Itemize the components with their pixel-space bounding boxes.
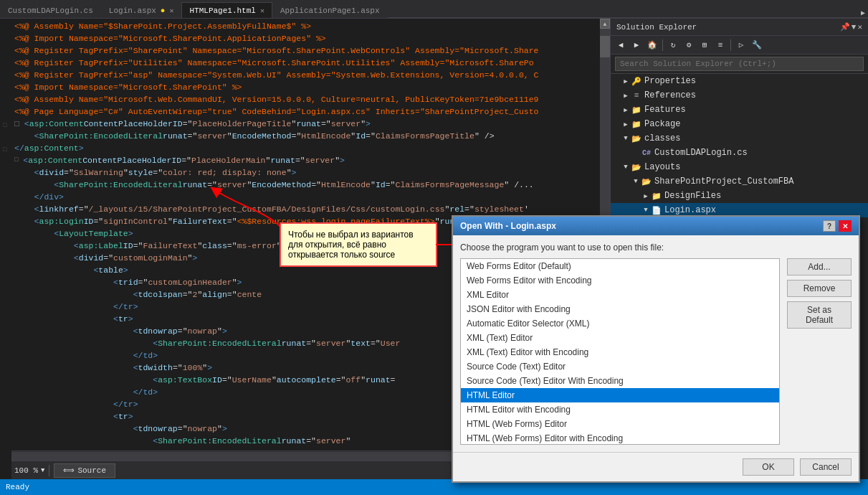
tree-label-layouts: Layouts [644,162,680,172]
editor-area: □ □ <%@ Assembly Name="$SharePoint.Proje… [0,19,610,479]
tree-arrow-features: ▶ [621,106,631,114]
tree-label-login01-aspx: Login01.aspx [664,234,726,244]
sharepoint-fba-folder-icon: 📂 [641,176,652,187]
tree-label-features: Features [644,105,686,115]
scroll-track[interactable] [600,29,610,469]
tree-label-customldap: CustomLDAPLogin.cs [654,148,748,158]
login01-aspx-icon: 📄 [651,233,662,245]
toolbar-refresh-btn[interactable]: ↻ [666,38,680,52]
tree-item-package[interactable]: ▶ 📁 Package [611,117,868,131]
scroll-thumb[interactable] [600,36,610,57]
tree-label-package: Package [644,119,680,129]
tree-item-login-aspx-cs[interactable]: C# Login.aspx.cs [611,217,868,232]
tree-arrow-sharepoint-fba: ▼ [631,178,641,185]
tree-arrow-layouts: ▼ [621,164,631,171]
scroll-down-btn[interactable]: ▼ [600,469,610,479]
tab-htmlpage-label: HTMLPage1.html [189,6,255,15]
tab-bar: CustomLDAPLogin.cs Login.aspx ● ✕ HTMLPa… [0,0,868,19]
solution-search-input[interactable] [615,57,864,71]
tab-htmlpage[interactable]: HTMLPage1.html ✕ [181,2,272,18]
tree-arrow-classes: ▼ [621,135,631,142]
tree-item-sharepoint-fba[interactable]: ▼ 📂 SharePointProject_CustomFBA [611,174,868,189]
panel-menu-icon[interactable]: ▼ [852,23,857,32]
horizontal-scrollbar[interactable] [11,452,600,461]
panel-close-icon[interactable]: ✕ [857,22,862,32]
panel-header-controls: 📌 ▼ ✕ [840,22,862,32]
editor-right-scrollbar: ▲ ▼ [600,19,610,479]
code-editor[interactable]: <%@ Assembly Name="$SharePoint.Project.A… [11,19,600,451]
tab-apppage-label: ApplicationPage1.aspx [280,6,380,15]
tree-item-login-aspx[interactable]: ▼ 📄 Login.aspx [611,203,868,217]
solution-explorer-panel: Solution Explorer 📌 ▼ ✕ ◀ ▶ 🏠 ↻ ⚙ ⊞ ≡ ▷ … [610,19,868,479]
scroll-up-btn[interactable]: ▲ [600,19,610,29]
tab-htmlpage-close[interactable]: ✕ [260,6,264,15]
tab-customldap-label: CustomLDAPLogin.cs [8,6,93,15]
toolbar-filter-btn[interactable]: ≡ [713,38,728,52]
collapse-indicator[interactable]: □ [0,121,10,131]
zoom-dropdown[interactable]: ▼ [41,467,44,474]
tab-login-label: Login.aspx [109,6,156,15]
tree-label-designfiles: DesignFiles [664,191,721,201]
solution-search-area [611,55,868,74]
code-panel: <%@ Assembly Name="$SharePoint.Project.A… [11,19,600,479]
source-tab-icon: ⟺ [63,466,75,475]
login-aspx-icon: 📄 [651,204,662,216]
toolbar-divider2 [730,39,731,51]
tree-item-layouts[interactable]: ▼ 📂 Layouts [611,160,868,174]
divider [49,465,49,476]
tree-item-references[interactable]: ▶ ≡ References [611,88,868,103]
designfiles-folder-icon: 📁 [651,190,662,202]
tree-item-customldap-cs[interactable]: C# CustomLDAPLogin.cs [611,146,868,160]
tab-apppage[interactable]: ApplicationPage1.aspx [272,2,388,18]
horizontal-scroll-area [11,451,600,461]
tree-label-properties: Properties [644,76,696,86]
tab-scroll-right[interactable]: ▶ [858,9,868,18]
collapse-indicator-2[interactable]: □ [0,145,10,155]
customldap-cs-icon: C# [641,147,652,159]
tab-login-close[interactable]: ✕ [169,6,173,15]
package-folder-icon: 📁 [631,118,642,130]
properties-icon: 🔑 [631,75,642,87]
toolbar-tools-btn[interactable]: 🔧 [750,38,764,52]
toolbar-properties-btn[interactable]: ⚙ [682,38,696,52]
tree-arrow-package: ▶ [621,121,631,128]
source-tab[interactable]: ⟺ Source [54,463,115,478]
tree-item-properties[interactable]: ▶ 🔑 Properties [611,74,868,88]
zoom-value: 100 % [14,466,38,475]
zoom-area: 100 % ▼ [14,466,44,475]
toolbar-back-btn[interactable]: ◀ [614,38,628,52]
tree-item-login01-aspx[interactable]: 📄 Login01.aspx [611,232,868,246]
tree-arrow-login-aspx: ▼ [641,207,651,214]
toolbar-forward-btn[interactable]: ▶ [629,38,644,52]
solution-tree: ▶ 🔑 Properties ▶ ≡ References ▶ 📁 Featur… [611,74,868,479]
editor-gutter: □ □ [0,19,11,479]
tree-arrow-properties: ▶ [621,77,631,85]
references-icon: ≡ [631,90,642,101]
solution-explorer-title: Solution Explorer [616,23,697,32]
tree-arrow-references: ▶ [621,92,631,100]
classes-folder-icon: 📂 [631,133,642,144]
tree-label-sharepoint-fba: SharePointProject_CustomFBA [654,176,793,187]
pin-icon[interactable]: 📌 [840,22,850,32]
toolbar-build-btn[interactable]: ▷ [734,38,748,52]
solution-explorer-toolbar: ◀ ▶ 🏠 ↻ ⚙ ⊞ ≡ ▷ 🔧 [611,36,868,55]
toolbar-home-btn[interactable]: 🏠 [645,38,659,52]
tab-login[interactable]: Login.aspx ● ✕ [101,2,182,18]
tree-label-login-aspx: Login.aspx [664,205,716,215]
tree-item-features[interactable]: ▶ 📁 Features [611,103,868,117]
toolbar-divider [662,39,663,51]
tree-item-classes[interactable]: ▼ 📂 classes [611,131,868,146]
features-folder-icon: 📁 [631,104,642,116]
tree-label-references: References [644,90,696,100]
tree-item-designfiles[interactable]: ▶ 📁 DesignFiles [611,189,868,203]
tab-customldap[interactable]: CustomLDAPLogin.cs [0,2,101,18]
editor-bottom-bar: 100 % ▼ ⟺ Source [11,461,600,479]
main-layout: □ □ <%@ Assembly Name="$SharePoint.Proje… [0,19,868,479]
tree-arrow-designfiles: ▶ [641,192,651,200]
layouts-folder-icon: 📂 [631,161,642,173]
toolbar-expand-btn[interactable]: ⊞ [697,38,712,52]
source-tab-label: Source [77,466,106,475]
status-ready: Ready [6,483,29,491]
status-bar: Ready [0,479,868,495]
tab-login-modified: ● [161,6,166,15]
